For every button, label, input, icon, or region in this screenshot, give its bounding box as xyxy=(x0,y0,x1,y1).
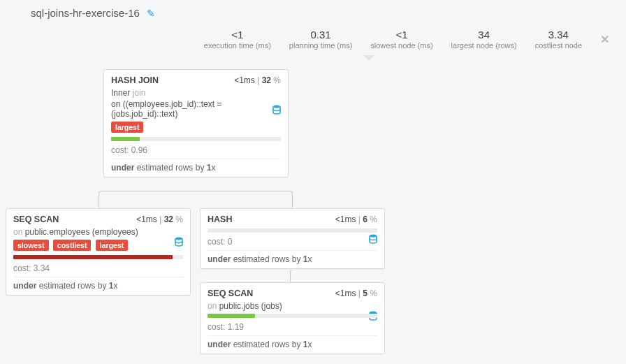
stat-execution-time: <1 execution time (ms) xyxy=(204,29,271,50)
stat-costliest-node: 3.34 costliest node xyxy=(535,29,582,50)
node-metrics: <1ms | 32 % xyxy=(234,75,281,85)
cost-bar xyxy=(208,314,377,318)
database-icon xyxy=(369,234,377,246)
stat-largest-node: 34 largest node (rows) xyxy=(451,29,517,50)
badge-costliest: costliest xyxy=(53,240,92,251)
badge-largest: largest xyxy=(96,240,128,251)
svg-point-0 xyxy=(273,105,280,108)
node-cost: cost: 0 xyxy=(208,237,377,251)
stat-value: <1 xyxy=(370,29,432,41)
pencil-icon[interactable]: ✎ xyxy=(147,8,155,19)
badge-slowest: slowest xyxy=(13,240,49,251)
node-metrics: <1ms | 5 % xyxy=(335,289,377,298)
stat-slowest-node: <1 slowest node (ms) xyxy=(370,29,432,50)
close-icon[interactable]: ✕ xyxy=(600,33,609,46)
node-target: on public.employees (employees) xyxy=(13,227,183,237)
plan-node-seq-scan-jobs[interactable]: SEQ SCAN <1ms | 5 % on public.jobs (jobs… xyxy=(200,282,385,354)
node-title: SEQ SCAN xyxy=(13,214,59,224)
stat-label: execution time (ms) xyxy=(204,41,271,50)
node-title: SEQ SCAN xyxy=(208,289,253,298)
connector xyxy=(99,191,293,209)
node-badges: largest xyxy=(111,122,281,133)
plan-node-hash[interactable]: HASH <1ms | 6 % cost: 0 under estimated … xyxy=(200,208,385,269)
node-estimate: under estimated rows by 1x xyxy=(208,254,377,264)
svg-point-1 xyxy=(175,238,182,240)
page-title: sql-joins-hr-exercise-16 xyxy=(31,7,140,19)
node-metrics: <1ms | 32 % xyxy=(136,214,183,224)
stat-value: 34 xyxy=(451,29,517,41)
cost-bar xyxy=(13,255,183,259)
node-badges: slowest costliest largest xyxy=(13,240,183,251)
cost-bar-fill xyxy=(111,137,140,141)
node-cost: cost: 1.19 xyxy=(208,322,377,336)
cost-bar xyxy=(208,228,377,233)
node-cost: cost: 3.34 xyxy=(13,263,183,277)
plan-canvas: HASH JOIN <1ms | 32 % Inner join on ((em… xyxy=(0,57,626,357)
node-metrics: <1ms | 6 % xyxy=(335,214,377,224)
badge-largest: largest xyxy=(111,122,143,133)
database-icon xyxy=(175,237,183,249)
plan-node-hash-join[interactable]: HASH JOIN <1ms | 32 % Inner join on ((em… xyxy=(103,69,289,177)
stat-value: 0.31 xyxy=(289,29,352,41)
node-condition: on ((employees.job_id)::text = (jobs.job… xyxy=(111,99,258,119)
plan-node-seq-scan-employees[interactable]: SEQ SCAN <1ms | 32 % on public.employees… xyxy=(6,208,191,296)
stat-label: costliest node xyxy=(535,41,582,50)
cost-bar-fill xyxy=(13,255,173,259)
node-estimate: under estimated rows by 1x xyxy=(13,281,183,291)
stat-label: slowest node (ms) xyxy=(370,41,432,50)
stats-bar: <1 execution time (ms) 0.31 planning tim… xyxy=(0,24,626,57)
node-estimate: under estimated rows by 1x xyxy=(208,340,377,349)
pointer-caret-icon xyxy=(363,55,374,61)
stat-label: largest node (rows) xyxy=(451,41,517,50)
connector xyxy=(290,270,291,283)
cost-bar xyxy=(111,137,281,141)
stat-planning-time: 0.31 planning time (ms) xyxy=(289,29,352,50)
node-title: HASH JOIN xyxy=(111,75,159,85)
node-subtitle: Inner join xyxy=(111,88,281,98)
node-estimate: under estimated rows by 1x xyxy=(111,163,281,173)
stat-label: planning time (ms) xyxy=(289,41,352,50)
cost-bar-fill xyxy=(208,314,255,318)
database-icon xyxy=(272,105,281,117)
node-title: HASH xyxy=(208,214,232,224)
node-cost: cost: 0.96 xyxy=(111,145,281,159)
stat-value: <1 xyxy=(204,29,271,41)
node-target: on public.jobs (jobs) xyxy=(208,301,377,311)
svg-point-2 xyxy=(370,235,377,238)
stat-value: 3.34 xyxy=(535,29,582,41)
